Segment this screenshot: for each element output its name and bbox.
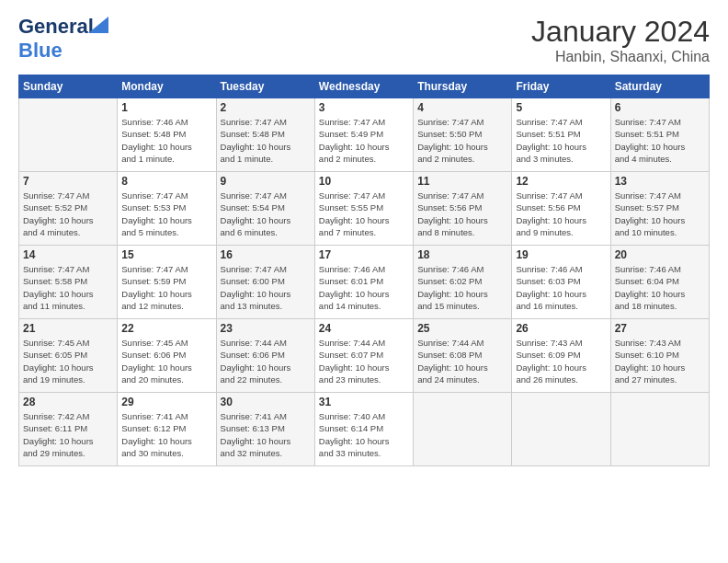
day-number: 5 (516, 101, 606, 114)
calendar-cell: 15Sunrise: 7:47 AM Sunset: 5:59 PM Dayli… (118, 246, 216, 319)
day-number: 23 (221, 322, 311, 335)
day-number: 30 (221, 396, 311, 408)
week-row-2: 7Sunrise: 7:47 AM Sunset: 5:52 PM Daylig… (19, 172, 710, 246)
day-number: 12 (516, 175, 606, 188)
calendar-cell: 29Sunrise: 7:41 AM Sunset: 6:12 PM Dayli… (118, 393, 216, 466)
week-row-5: 28Sunrise: 7:42 AM Sunset: 6:11 PM Dayli… (19, 393, 710, 466)
title-block: January 2024 Hanbin, Shaanxi, China (531, 15, 710, 65)
logo-blue: Blue (18, 39, 63, 62)
day-number: 18 (417, 248, 507, 261)
weekday-thursday: Thursday (414, 75, 512, 98)
day-info: Sunrise: 7:47 AM Sunset: 5:51 PM Dayligh… (516, 116, 606, 165)
calendar-cell: 11Sunrise: 7:47 AM Sunset: 5:56 PM Dayli… (414, 172, 512, 246)
month-title: January 2024 (531, 15, 710, 49)
calendar-cell: 23Sunrise: 7:44 AM Sunset: 6:06 PM Dayli… (216, 319, 314, 393)
day-info: Sunrise: 7:45 AM Sunset: 6:05 PM Dayligh… (23, 337, 113, 385)
day-number: 2 (221, 101, 311, 114)
week-row-3: 14Sunrise: 7:47 AM Sunset: 5:58 PM Dayli… (19, 246, 710, 319)
day-number: 16 (221, 248, 311, 261)
day-number: 10 (319, 175, 409, 188)
day-number: 7 (23, 175, 113, 188)
day-number: 22 (121, 322, 211, 335)
day-info: Sunrise: 7:47 AM Sunset: 5:49 PM Dayligh… (319, 116, 409, 165)
day-info: Sunrise: 7:44 AM Sunset: 6:08 PM Dayligh… (417, 337, 507, 385)
calendar-cell: 30Sunrise: 7:41 AM Sunset: 6:13 PM Dayli… (216, 393, 314, 466)
day-info: Sunrise: 7:47 AM Sunset: 5:51 PM Dayligh… (615, 116, 705, 165)
weekday-monday: Monday (118, 75, 216, 98)
day-info: Sunrise: 7:46 AM Sunset: 6:04 PM Dayligh… (615, 263, 705, 312)
day-info: Sunrise: 7:47 AM Sunset: 5:59 PM Dayligh… (121, 263, 211, 312)
day-info: Sunrise: 7:41 AM Sunset: 6:12 PM Dayligh… (121, 410, 211, 459)
day-info: Sunrise: 7:47 AM Sunset: 6:00 PM Dayligh… (221, 263, 311, 312)
day-info: Sunrise: 7:47 AM Sunset: 5:56 PM Dayligh… (417, 190, 507, 238)
day-info: Sunrise: 7:46 AM Sunset: 6:03 PM Dayligh… (516, 263, 606, 312)
day-info: Sunrise: 7:47 AM Sunset: 5:50 PM Dayligh… (417, 116, 507, 165)
weekday-wednesday: Wednesday (314, 75, 413, 98)
day-info: Sunrise: 7:43 AM Sunset: 6:10 PM Dayligh… (615, 337, 705, 385)
weekday-sunday: Sunday (19, 75, 118, 98)
calendar-cell: 7Sunrise: 7:47 AM Sunset: 5:52 PM Daylig… (19, 172, 118, 246)
day-info: Sunrise: 7:46 AM Sunset: 6:01 PM Dayligh… (319, 263, 409, 312)
day-number: 3 (319, 101, 409, 114)
week-row-1: 1Sunrise: 7:46 AM Sunset: 5:48 PM Daylig… (19, 98, 710, 172)
day-number: 17 (319, 248, 409, 261)
day-number: 21 (23, 322, 113, 335)
day-number: 29 (121, 396, 211, 408)
logo-general: General (18, 15, 94, 38)
calendar-cell: 4Sunrise: 7:47 AM Sunset: 5:50 PM Daylig… (414, 98, 512, 172)
location-title: Hanbin, Shaanxi, China (531, 49, 710, 65)
day-number: 11 (417, 175, 507, 188)
day-info: Sunrise: 7:44 AM Sunset: 6:06 PM Dayligh… (221, 337, 311, 385)
calendar-cell: 28Sunrise: 7:42 AM Sunset: 6:11 PM Dayli… (19, 393, 118, 466)
calendar-cell: 14Sunrise: 7:47 AM Sunset: 5:58 PM Dayli… (19, 246, 118, 319)
calendar-cell: 1Sunrise: 7:46 AM Sunset: 5:48 PM Daylig… (118, 98, 216, 172)
week-row-4: 21Sunrise: 7:45 AM Sunset: 6:05 PM Dayli… (19, 319, 710, 393)
calendar-cell: 25Sunrise: 7:44 AM Sunset: 6:08 PM Dayli… (414, 319, 512, 393)
weekday-friday: Friday (512, 75, 610, 98)
day-number: 9 (221, 175, 311, 188)
day-number: 28 (23, 396, 113, 408)
day-number: 15 (121, 248, 211, 261)
day-number: 4 (417, 101, 507, 114)
day-info: Sunrise: 7:46 AM Sunset: 5:48 PM Dayligh… (121, 116, 211, 165)
day-number: 20 (615, 248, 705, 261)
calendar-cell: 26Sunrise: 7:43 AM Sunset: 6:09 PM Dayli… (512, 319, 610, 393)
calendar-cell: 22Sunrise: 7:45 AM Sunset: 6:06 PM Dayli… (118, 319, 216, 393)
day-info: Sunrise: 7:47 AM Sunset: 5:52 PM Dayligh… (23, 190, 113, 238)
calendar-cell: 20Sunrise: 7:46 AM Sunset: 6:04 PM Dayli… (610, 246, 709, 319)
header: General Blue January 2024 Hanbin, Shaanx… (18, 15, 710, 65)
day-info: Sunrise: 7:47 AM Sunset: 5:57 PM Dayligh… (615, 190, 705, 238)
logo-arrow-icon (88, 17, 108, 33)
calendar-cell: 24Sunrise: 7:44 AM Sunset: 6:07 PM Dayli… (314, 319, 413, 393)
calendar-cell: 12Sunrise: 7:47 AM Sunset: 5:56 PM Dayli… (512, 172, 610, 246)
calendar-cell (610, 393, 709, 466)
day-info: Sunrise: 7:43 AM Sunset: 6:09 PM Dayligh… (516, 337, 606, 385)
calendar-cell: 9Sunrise: 7:47 AM Sunset: 5:54 PM Daylig… (216, 172, 314, 246)
day-info: Sunrise: 7:47 AM Sunset: 5:55 PM Dayligh… (319, 190, 409, 238)
day-number: 25 (417, 322, 507, 335)
day-info: Sunrise: 7:40 AM Sunset: 6:14 PM Dayligh… (319, 410, 409, 459)
day-number: 1 (121, 101, 211, 114)
day-info: Sunrise: 7:42 AM Sunset: 6:11 PM Dayligh… (23, 410, 113, 459)
day-info: Sunrise: 7:45 AM Sunset: 6:06 PM Dayligh… (121, 337, 211, 385)
day-info: Sunrise: 7:47 AM Sunset: 5:56 PM Dayligh… (516, 190, 606, 238)
calendar-cell: 16Sunrise: 7:47 AM Sunset: 6:00 PM Dayli… (216, 246, 314, 319)
calendar-cell: 21Sunrise: 7:45 AM Sunset: 6:05 PM Dayli… (19, 319, 118, 393)
day-number: 26 (516, 322, 606, 335)
page: General Blue January 2024 Hanbin, Shaanx… (0, 0, 728, 563)
calendar-cell: 8Sunrise: 7:47 AM Sunset: 5:53 PM Daylig… (118, 172, 216, 246)
day-info: Sunrise: 7:41 AM Sunset: 6:13 PM Dayligh… (221, 410, 311, 459)
calendar-cell (19, 98, 118, 172)
day-info: Sunrise: 7:47 AM Sunset: 5:54 PM Dayligh… (221, 190, 311, 238)
calendar-cell: 6Sunrise: 7:47 AM Sunset: 5:51 PM Daylig… (610, 98, 709, 172)
calendar-cell: 5Sunrise: 7:47 AM Sunset: 5:51 PM Daylig… (512, 98, 610, 172)
calendar-cell: 19Sunrise: 7:46 AM Sunset: 6:03 PM Dayli… (512, 246, 610, 319)
day-info: Sunrise: 7:47 AM Sunset: 5:58 PM Dayligh… (23, 263, 113, 312)
logo: General Blue (18, 15, 94, 63)
day-info: Sunrise: 7:46 AM Sunset: 6:02 PM Dayligh… (417, 263, 507, 312)
day-number: 6 (615, 101, 705, 114)
calendar-cell: 17Sunrise: 7:46 AM Sunset: 6:01 PM Dayli… (314, 246, 413, 319)
calendar-cell: 18Sunrise: 7:46 AM Sunset: 6:02 PM Dayli… (414, 246, 512, 319)
weekday-header-row: SundayMondayTuesdayWednesdayThursdayFrid… (19, 75, 710, 98)
calendar-cell (512, 393, 610, 466)
